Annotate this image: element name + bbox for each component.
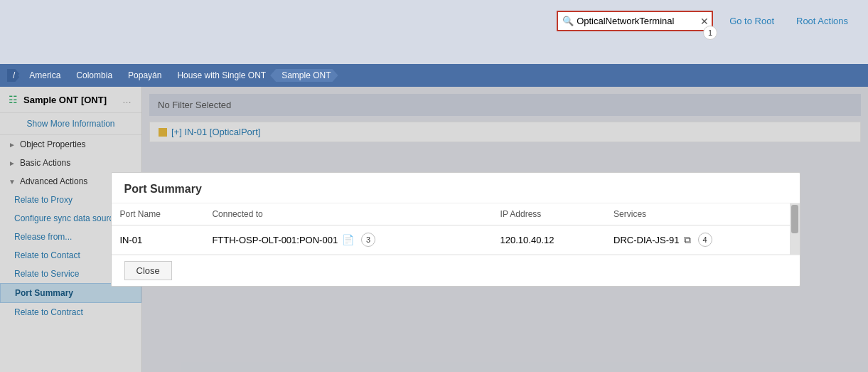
connected-action-icon[interactable]: 📄	[342, 234, 354, 245]
badge-3: 3	[361, 233, 375, 247]
modal-table-wrapper: Port Name Connected to IP Address Servic…	[112, 203, 790, 255]
col-services: Services	[605, 203, 789, 225]
services-cell: DRC-DIA-JS-91 ⧉ 4	[614, 233, 781, 247]
search-clear-icon[interactable]: ✕	[700, 16, 709, 27]
root-actions-button[interactable]: Root Actions	[791, 13, 854, 29]
modal-footer: Close	[112, 255, 800, 286]
breadcrumb: / America Colombia Popayán House with Si…	[0, 64, 868, 87]
goto-root-button[interactable]: Go to Root	[724, 13, 780, 29]
modal-backdrop: Port Summary Port Name Connected to IP A…	[0, 87, 868, 372]
search-input[interactable]	[557, 11, 713, 31]
breadcrumb-america[interactable]: America	[18, 69, 68, 82]
cell-connected-to: FTTH-OSP-OLT-001:PON-001 📄 3	[203, 225, 491, 255]
search-badge-1: 1	[703, 26, 717, 40]
col-connected-to: Connected to	[203, 203, 491, 225]
search-area: 🔍 ✕ 1 Go to Root Root Actions	[557, 11, 854, 31]
external-link-icon[interactable]: ⧉	[684, 234, 691, 246]
cell-ip-address: 120.10.40.12	[492, 225, 606, 255]
modal-scrollbar[interactable]	[790, 203, 800, 255]
col-port-name: Port Name	[112, 203, 204, 225]
col-ip-address: IP Address	[492, 203, 606, 225]
breadcrumb-popayan[interactable]: Popayán	[117, 69, 168, 82]
table-row: IN-01 FTTH-OSP-OLT-001:PON-001 📄 3 120.1…	[112, 225, 790, 255]
search-icon: 🔍	[562, 16, 574, 26]
port-summary-modal: Port Summary Port Name Connected to IP A…	[111, 172, 800, 287]
main-area: ☷ Sample ONT [ONT] … Show More Informati…	[0, 87, 868, 372]
top-bar: 🔍 ✕ 1 Go to Root Root Actions	[0, 0, 868, 64]
port-summary-table: Port Name Connected to IP Address Servic…	[112, 203, 790, 255]
badge-4: 4	[698, 233, 712, 247]
services-text: DRC-DIA-JS-91	[614, 235, 679, 245]
cell-port-name: IN-01	[112, 225, 204, 255]
connected-to-text: FTTH-OSP-OLT-001:PON-001	[212, 235, 338, 245]
connected-cell: FTTH-OSP-OLT-001:PON-001 📄 3	[212, 233, 483, 247]
modal-title: Port Summary	[112, 173, 800, 203]
scrollbar-thumb	[791, 205, 798, 233]
breadcrumb-colombia[interactable]: Colombia	[65, 69, 119, 82]
cell-services: DRC-DIA-JS-91 ⧉ 4	[605, 225, 789, 255]
breadcrumb-sample-ont[interactable]: Sample ONT	[270, 69, 338, 82]
search-box-wrapper: 🔍 ✕ 1	[557, 11, 713, 31]
modal-body: Port Name Connected to IP Address Servic…	[112, 203, 800, 255]
breadcrumb-house[interactable]: House with Single ONT	[166, 69, 273, 82]
close-button[interactable]: Close	[124, 261, 172, 280]
